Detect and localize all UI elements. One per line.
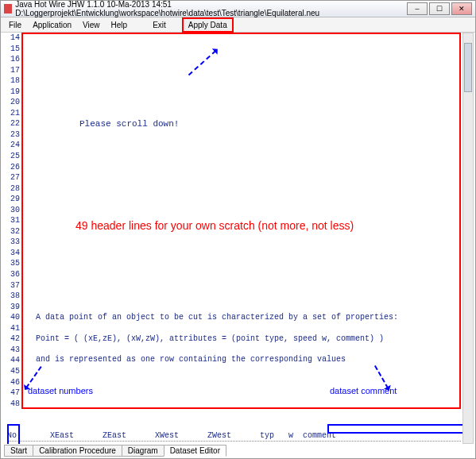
tab-diagram[interactable]: Diagram (122, 445, 164, 457)
header-lines-annotation: 49 header lines for your own scratch (no… (75, 219, 354, 232)
line-number: 30 (7, 205, 21, 216)
line-number: 20 (7, 97, 21, 108)
line-number: 31 (7, 215, 21, 226)
line-number: 43 (7, 345, 21, 356)
vertical-scrollbar[interactable] (462, 33, 474, 444)
line-number: 23 (7, 129, 21, 141)
line-number: 39 (7, 302, 21, 313)
row-numbers-highlight (7, 424, 20, 444)
data-point-description: A data point of an object to be cut is c… (36, 312, 398, 365)
tab-calibration[interactable]: Calibration Procedure (33, 445, 122, 457)
editor-content: 1415161718192021222324252627282930313233… (4, 33, 464, 444)
bottom-tabs: Start Calibration Procedure Diagram Data… (4, 445, 226, 457)
comment-highlight (327, 424, 464, 434)
line-number: 19 (7, 87, 21, 98)
line-number: 27 (7, 172, 21, 183)
desc-line-3: and is represented as one row containing… (36, 354, 398, 365)
desc-line-2: Point = ( (xE,zE), (xW,zW), attributes =… (36, 334, 398, 345)
line-number: 33 (7, 237, 21, 248)
desc-line-1: A data point of an object to be cut is c… (36, 312, 398, 323)
line-number: 42 (7, 334, 21, 345)
line-number: 45 (7, 366, 21, 377)
scrollbar-thumb[interactable] (464, 43, 472, 92)
window-buttons: – ☐ ✕ (407, 2, 472, 15)
maximize-button[interactable]: ☐ (429, 2, 450, 15)
apply-data-button[interactable]: Apply Data (182, 17, 234, 33)
line-number: 28 (7, 183, 21, 195)
line-number: 21 (7, 108, 21, 119)
line-number: 41 (7, 323, 21, 334)
line-number: 40 (7, 312, 21, 323)
line-number: 15 (7, 44, 21, 55)
line-number: 25 (7, 151, 21, 162)
line-number: 17 (7, 65, 21, 76)
close-button[interactable]: ✕ (451, 2, 472, 15)
line-number: 29 (7, 194, 21, 205)
line-number: 48 (7, 399, 21, 410)
line-number: 22 (7, 118, 21, 129)
line-numbers: 1415161718192021222324252627282930313233… (7, 33, 21, 409)
line-number: 16 (7, 54, 21, 65)
line-number: 44 (7, 355, 21, 366)
line-number: 36 (7, 269, 21, 280)
tab-dataset-editor[interactable]: Dataset Editor (164, 445, 226, 457)
menu-exit[interactable]: Exit (148, 19, 171, 31)
menu-view[interactable]: View (78, 19, 105, 31)
menu-file[interactable]: File (4, 19, 26, 31)
dataset-numbers-annotation: dataset numbers (28, 386, 93, 395)
menubar: File Application View Help Exit Apply Da… (1, 17, 475, 33)
line-number: 46 (7, 377, 21, 388)
line-number: 14 (7, 33, 21, 44)
app-icon (4, 4, 12, 14)
line-number: 32 (7, 226, 21, 237)
menu-application[interactable]: Application (28, 19, 76, 31)
line-number: 26 (7, 162, 21, 173)
minimize-button[interactable]: – (407, 2, 428, 15)
window-title: Java Hot Wire JHW 1.1.0 10-Ma-2013 14:51… (15, 0, 407, 17)
line-number: 24 (7, 140, 21, 151)
scroll-down-text: Please scroll down! (79, 119, 179, 129)
line-number: 35 (7, 258, 21, 269)
line-number: 34 (7, 248, 21, 259)
line-number: 18 (7, 75, 21, 87)
app-window: Java Hot Wire JHW 1.1.0 10-Ma-2013 14:51… (0, 0, 476, 459)
tab-start[interactable]: Start (4, 445, 33, 457)
line-number: 38 (7, 291, 21, 302)
line-number: 37 (7, 280, 21, 291)
titlebar: Java Hot Wire JHW 1.1.0 10-Ma-2013 14:51… (1, 1, 475, 17)
menu-help[interactable]: Help (106, 19, 133, 31)
